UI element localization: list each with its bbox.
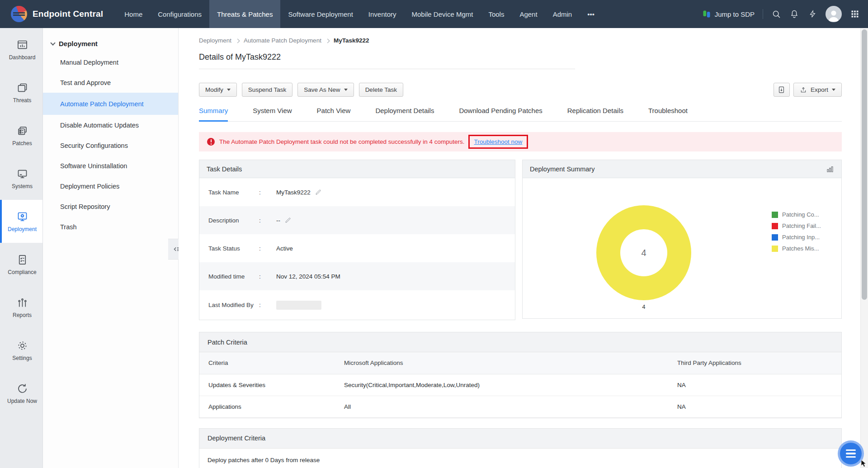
modified-time-value: Nov 12, 2024 05:54 PM [276, 273, 515, 280]
suspend-task-button[interactable]: Suspend Task [242, 83, 293, 97]
download-report-button[interactable] [774, 83, 790, 97]
sidebar-label: Systems [12, 183, 33, 189]
tab-system-view[interactable]: System View [253, 107, 292, 122]
tree-item-automate-patch-deployment[interactable]: Automate Patch Deployment [43, 93, 178, 115]
nav-item-tools[interactable]: Tools [481, 0, 512, 28]
patch-criteria-table: Criteria Microsoft Applications Third Pa… [199, 352, 841, 418]
modify-button[interactable]: Modify [199, 83, 237, 97]
tree-item-test-and-approve[interactable]: Test and Approve [43, 72, 178, 93]
tree-item-security-configurations[interactable]: Security Configurations [43, 135, 178, 156]
legend-item-patching-completed[interactable]: Patching Co... [772, 209, 821, 220]
tab-deployment-details[interactable]: Deployment Details [375, 107, 434, 122]
edit-pencil-icon[interactable] [284, 217, 292, 224]
tree-item-script-repository[interactable]: Script Repository [43, 196, 178, 217]
deployment-icon [16, 211, 28, 223]
nav-item-agent[interactable]: Agent [512, 0, 545, 28]
breadcrumb-deployment[interactable]: Deployment [199, 37, 231, 44]
brand[interactable]: Endpoint Central [0, 0, 117, 28]
caret-down-icon [832, 89, 835, 91]
sidebar-label: Update Now [7, 398, 37, 404]
mouse-cursor [861, 460, 867, 467]
chart-legend: Patching Co... Patching Fail... Patching… [772, 209, 821, 254]
sidebar-label: Settings [12, 355, 32, 361]
donut-ring-patches-missing[interactable]: 4 [596, 205, 691, 300]
search-icon[interactable] [771, 9, 781, 19]
task-toolbar: Modify Suspend Task Save As New Delete T… [199, 83, 842, 97]
nav-item-admin[interactable]: Admin [545, 0, 580, 28]
sidebar-item-dashboard[interactable]: Dashboard [0, 28, 42, 71]
sidebar-item-threats[interactable]: Threats [0, 71, 42, 114]
breadcrumb-current-task: MyTask9222 [334, 37, 369, 44]
scrollbar-thumb[interactable] [862, 29, 867, 300]
brand-name: Endpoint Central [33, 9, 103, 19]
nav-item-configurations[interactable]: Configurations [150, 0, 209, 28]
deployment-tree-sidebar: Deployment Manual Deployment Test and Ap… [43, 28, 179, 468]
sidebar-label: Compliance [8, 269, 36, 275]
sidebar-item-systems[interactable]: Systems [0, 157, 42, 200]
tab-troubleshoot[interactable]: Troubleshoot [648, 107, 688, 122]
edit-pencil-icon[interactable] [315, 189, 322, 196]
alert-message: The Automate Patch Deployment task could… [219, 138, 465, 145]
troubleshoot-now-link[interactable]: Troubleshoot now [474, 138, 523, 145]
quick-actions-icon[interactable] [807, 9, 817, 19]
floating-menu-button[interactable] [838, 440, 864, 467]
tab-download-pending-patches[interactable]: Download Pending Patches [459, 107, 542, 122]
tab-replication-details[interactable]: Replication Details [567, 107, 623, 122]
nav-item-threats-patches[interactable]: Threats & Patches [209, 0, 280, 28]
sidebar-label: Deployment [8, 226, 37, 232]
tree-item-trash[interactable]: Trash [43, 217, 178, 237]
main-content: Deployment Automate Patch Deployment MyT… [179, 28, 860, 468]
nav-item-inventory[interactable]: Inventory [361, 0, 404, 28]
tree-header-deployment[interactable]: Deployment [43, 28, 178, 52]
sidebar-item-patches[interactable]: Patches [0, 114, 42, 157]
legend-swatch-blue [772, 234, 778, 241]
breadcrumb-automate-patch-deployment[interactable]: Automate Patch Deployment [244, 37, 321, 44]
chart-type-icon[interactable] [826, 165, 834, 173]
apps-grid-icon[interactable] [850, 9, 860, 19]
donut-center-value: 4 [641, 248, 646, 258]
user-avatar[interactable] [826, 6, 842, 22]
legend-item-patches-missing[interactable]: Patches Mis... [772, 243, 821, 254]
vertical-scrollbar[interactable] [860, 28, 868, 468]
table-header-row: Criteria Microsoft Applications Third Pa… [199, 352, 841, 374]
tab-summary[interactable]: Summary [199, 107, 228, 122]
sidebar-item-update-now[interactable]: Update Now [0, 372, 42, 415]
title-divider [199, 69, 575, 69]
delete-label: Delete Task [365, 86, 397, 93]
sidebar-label: Dashboard [9, 54, 36, 61]
task-detail-row-modified-time: Modified time : Nov 12, 2024 05:54 PM [199, 262, 515, 290]
sidebar-item-settings[interactable]: Settings [0, 329, 42, 372]
sidebar-label: Threats [13, 97, 32, 104]
notification-icon[interactable] [789, 9, 799, 19]
tree-item-manual-deployment[interactable]: Manual Deployment [43, 52, 178, 72]
tree-item-deployment-policies[interactable]: Deployment Policies [43, 176, 178, 196]
hamburger-menu-icon [840, 443, 862, 464]
suspend-label: Suspend Task [248, 86, 287, 93]
jump-to-sdp-button[interactable]: Jump to SDP [702, 9, 755, 19]
settings-gear-icon [16, 340, 28, 352]
threats-icon [16, 82, 28, 94]
chevron-right-icon [325, 38, 330, 43]
export-button[interactable]: Export [793, 83, 842, 97]
legend-swatch-red [772, 223, 778, 229]
sidebar-item-reports[interactable]: Reports [0, 286, 42, 329]
tree-item-software-uninstallation[interactable]: Software Uninstallation [43, 156, 178, 176]
deployment-criteria-header: Deployment Criteria [199, 429, 841, 449]
task-detail-row-status: Task Status : Active [199, 234, 515, 262]
tree-header-label: Deployment [59, 40, 98, 47]
delete-task-button[interactable]: Delete Task [359, 83, 403, 97]
nav-item-mobile-device-mgmt[interactable]: Mobile Device Mgmt [404, 0, 481, 28]
deployment-criteria-panel: Deployment Criteria Deploy patches after… [199, 428, 842, 468]
nav-item-home[interactable]: Home [117, 0, 150, 28]
legend-swatch-yellow [772, 246, 778, 252]
tree-item-disable-automatic-updates[interactable]: Disable Automatic Updates [43, 115, 178, 135]
nav-item-more[interactable]: ••• [580, 0, 602, 28]
sidebar-item-compliance[interactable]: Compliance [0, 243, 42, 286]
legend-item-patching-inprogress[interactable]: Patching Inp... [772, 232, 821, 243]
sidebar-item-deployment[interactable]: Deployment [0, 200, 42, 243]
document-download-icon [778, 86, 785, 94]
tab-patch-view[interactable]: Patch View [317, 107, 351, 122]
nav-item-software-deployment[interactable]: Software Deployment [280, 0, 360, 28]
legend-item-patching-failed[interactable]: Patching Fail... [772, 220, 821, 232]
save-as-new-button[interactable]: Save As New [297, 83, 354, 97]
